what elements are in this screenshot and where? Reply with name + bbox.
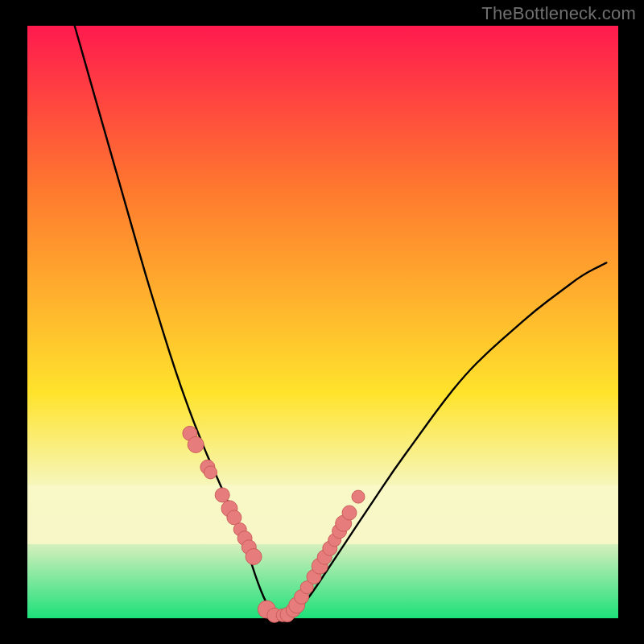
highlight-dot <box>246 549 262 565</box>
highlight-dot <box>204 466 217 479</box>
watermark-text: TheBottleneck.com <box>481 3 636 24</box>
chart-stage: TheBottleneck.com <box>0 0 644 644</box>
highlight-dot <box>352 490 365 503</box>
bottleneck-chart <box>0 0 644 644</box>
pale-band <box>27 485 618 544</box>
highlight-dot <box>188 436 204 452</box>
highlight-dot <box>215 488 229 502</box>
highlight-dot <box>342 506 357 520</box>
